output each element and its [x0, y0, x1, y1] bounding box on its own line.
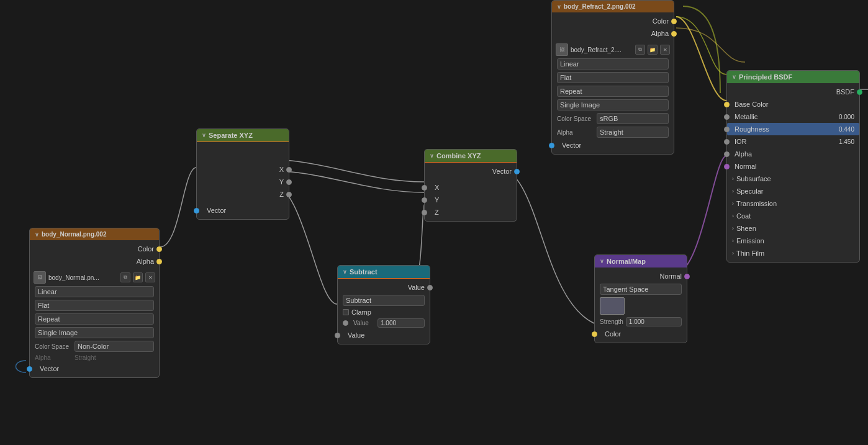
value-input-socket[interactable] — [335, 333, 340, 338]
flat-select[interactable]: Flat — [35, 300, 154, 311]
transmission-label: Transmission — [736, 200, 777, 207]
input-y-socket[interactable] — [422, 197, 427, 203]
output-alpha-socket[interactable] — [671, 31, 677, 37]
expand-arrow[interactable]: › — [732, 176, 734, 182]
emission-label: Emission — [736, 237, 764, 245]
value-label: Value — [353, 320, 375, 326]
output-z-socket[interactable] — [286, 192, 292, 197]
tangent-space-select[interactable]: Tangent Space — [600, 284, 682, 295]
input-y-label: Y — [435, 196, 439, 204]
repeat-select[interactable]: Repeat — [35, 313, 154, 325]
output-y-row: Y — [197, 176, 289, 188]
vector-input-socket[interactable] — [549, 143, 554, 148]
separate-xyz-node: ∨ Separate XYZ X Y Z Vector — [196, 128, 289, 220]
alpha-label: Alpha — [735, 150, 752, 158]
folder-btn[interactable]: 📁 — [648, 45, 658, 55]
subtract-title: Subtract — [350, 268, 377, 276]
vector-input-socket[interactable] — [27, 366, 32, 372]
expand-arrow[interactable]: › — [732, 238, 734, 244]
output-alpha-socket[interactable] — [156, 259, 162, 264]
color-input-label: Color — [605, 330, 621, 338]
clamp-checkbox[interactable] — [343, 309, 349, 315]
color-space-label: Color Space — [557, 115, 594, 122]
single-image-select[interactable]: Single Image — [35, 327, 154, 338]
strength-val[interactable]: 1.000 — [626, 317, 682, 326]
output-color-socket[interactable] — [156, 246, 162, 252]
collapse-arrow-comb[interactable]: ∨ — [430, 153, 434, 159]
roughness-socket[interactable] — [724, 127, 730, 132]
collapse-arrow[interactable]: ∨ — [557, 4, 561, 10]
collapse-arrow-sep[interactable]: ∨ — [202, 132, 206, 138]
output-x-socket[interactable] — [286, 167, 292, 173]
input-z-socket[interactable] — [422, 210, 427, 215]
output-value-socket[interactable] — [427, 285, 433, 290]
collapse-arrow-sub[interactable]: ∨ — [343, 269, 347, 275]
specular-label: Specular — [736, 187, 763, 195]
bsdf-output-socket[interactable] — [857, 89, 862, 95]
input-x-row: X — [425, 181, 517, 194]
expand-arrow[interactable]: › — [732, 188, 734, 194]
image-name: body_Normal.pn... — [48, 274, 118, 281]
linear-select[interactable]: Linear — [35, 286, 154, 297]
linear-select-row: Linear — [552, 57, 674, 71]
close-btn[interactable]: ✕ — [660, 45, 670, 55]
color-input-socket[interactable] — [592, 331, 597, 337]
alpha-select[interactable]: Straight — [597, 127, 669, 138]
thin-film-label: Thin Film — [736, 249, 764, 257]
output-normal-socket[interactable] — [684, 274, 690, 279]
expand-arrow[interactable]: › — [732, 225, 734, 231]
copy-btn[interactable]: ⧉ — [120, 272, 130, 282]
normal-map-title: Normal/Map — [607, 258, 646, 265]
operation-select[interactable]: Subtract — [343, 295, 425, 306]
sheen-row: › Sheen — [727, 222, 859, 235]
metallic-row: Metallic 0.000 — [727, 110, 859, 123]
normalmap-preview — [600, 297, 625, 315]
alpha-socket[interactable] — [724, 151, 730, 157]
value-socket[interactable] — [343, 320, 348, 326]
output-value-row: Value — [338, 281, 430, 294]
copy-btn[interactable]: ⧉ — [635, 45, 645, 55]
ior-socket[interactable] — [724, 139, 730, 145]
separate-xyz-title: Separate XYZ — [209, 132, 253, 139]
repeat-select[interactable]: Repeat — [557, 86, 669, 97]
principled-bsdf-title: Principled BSDF — [739, 73, 792, 81]
normal-label: Normal — [735, 163, 756, 170]
folder-btn[interactable]: 📁 — [133, 272, 143, 282]
collapse-arrow-normal[interactable]: ∨ — [35, 231, 39, 238]
output-value-label: Value — [408, 284, 425, 291]
metallic-value: 0.000 — [830, 114, 854, 120]
value-input-label: Value — [348, 331, 364, 339]
flat-select[interactable]: Flat — [557, 72, 669, 83]
output-y-socket[interactable] — [286, 179, 292, 185]
vector-label: Vector — [207, 207, 226, 214]
single-image-select[interactable]: Single Image — [557, 99, 669, 110]
combine-xyz-title: Combine XYZ — [436, 152, 481, 160]
value-field[interactable]: 1.000 — [377, 318, 425, 328]
output-color-label: Color — [653, 17, 669, 25]
expand-arrow[interactable]: › — [732, 213, 734, 219]
ior-value: 1.450 — [830, 138, 854, 145]
base-color-socket[interactable] — [724, 102, 730, 107]
normal-socket[interactable] — [724, 164, 730, 169]
color-space-select[interactable]: sRGB — [597, 113, 669, 124]
collapse-arrow-bsdf[interactable]: ∨ — [732, 74, 736, 80]
output-alpha-row: Alpha — [30, 255, 159, 267]
metallic-socket[interactable] — [724, 114, 730, 120]
roughness-label: Roughness — [735, 125, 769, 133]
image-name: body_Refract_2.... — [571, 47, 633, 53]
vector-input-socket[interactable] — [194, 208, 199, 214]
ior-label: IOR — [735, 138, 747, 145]
output-vector-socket[interactable] — [514, 169, 520, 174]
collapse-arrow-nm[interactable]: ∨ — [600, 258, 604, 264]
input-x-socket[interactable] — [422, 185, 427, 191]
close-btn[interactable]: ✕ — [145, 272, 155, 282]
expand-arrow[interactable]: › — [732, 250, 734, 256]
vector-input-row: Vector — [30, 362, 159, 375]
output-z-label: Z — [279, 191, 284, 198]
expand-arrow[interactable]: › — [732, 200, 734, 207]
sheen-label: Sheen — [736, 225, 756, 232]
linear-select[interactable]: Linear — [557, 58, 669, 70]
output-color-socket[interactable] — [671, 19, 677, 24]
color-space-select[interactable]: Non-Color — [75, 341, 154, 352]
base-color-label: Base Color — [735, 101, 768, 108]
